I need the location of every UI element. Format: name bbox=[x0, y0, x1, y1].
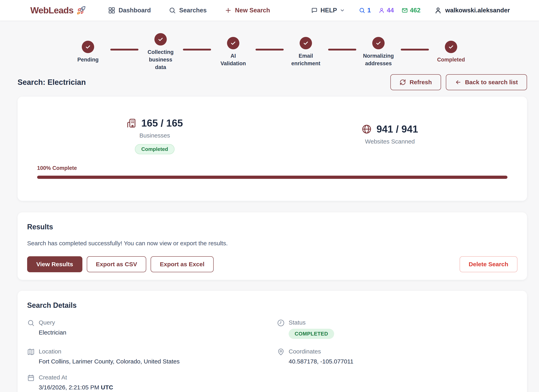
dashboard-grid-icon bbox=[108, 7, 115, 14]
search-details-grid: Query Electrician Status COMPLETED Locat… bbox=[27, 319, 517, 391]
businesses-count-row: 165 / 165 bbox=[126, 117, 183, 129]
websites-stat: 941 / 941 Websites Scanned bbox=[272, 123, 507, 154]
delete-search-button[interactable]: Delete Search bbox=[460, 256, 517, 272]
check-icon bbox=[230, 40, 236, 46]
progress-bar-fill bbox=[37, 176, 507, 179]
results-card: Results Search has completed successfull… bbox=[18, 212, 527, 280]
progress-percent-label: 100% Complete bbox=[37, 165, 507, 171]
page-title: Search: Electrician bbox=[18, 78, 86, 87]
person-icon bbox=[378, 7, 385, 14]
user-menu[interactable]: walkowski.aleksander bbox=[434, 7, 510, 14]
back-to-search-list-button[interactable]: Back to search list bbox=[446, 74, 527, 90]
calendar-icon bbox=[27, 374, 35, 382]
stepper-step-completed: Completed bbox=[434, 41, 469, 63]
people-counter-value: 44 bbox=[387, 7, 394, 14]
back-label: Back to search list bbox=[465, 79, 518, 86]
search-counter[interactable]: 1 bbox=[359, 7, 371, 14]
step-label: AI Validation bbox=[221, 52, 246, 67]
progress-stepper: Pending Collecting business data AI Vali… bbox=[71, 33, 469, 71]
refresh-button[interactable]: Refresh bbox=[390, 74, 441, 90]
websites-count: 941 / 941 bbox=[376, 123, 418, 135]
check-icon bbox=[158, 36, 164, 42]
map-pin-icon bbox=[277, 348, 285, 356]
export-excel-button[interactable]: Export as Excel bbox=[151, 256, 213, 272]
email-counter[interactable]: 462 bbox=[402, 7, 420, 14]
businesses-stat: 165 / 165 Businesses Completed bbox=[37, 117, 272, 154]
websites-label: Websites Scanned bbox=[365, 138, 415, 145]
created-at-label: Created At bbox=[39, 374, 113, 381]
businesses-label: Businesses bbox=[140, 132, 170, 139]
step-check-circle bbox=[445, 41, 457, 53]
created-at-datetime: 3/16/2026, 2:21:05 PM bbox=[39, 384, 99, 391]
stepper-connector bbox=[255, 49, 284, 50]
results-actions: View Results Export as CSV Export as Exc… bbox=[27, 256, 517, 272]
user-icon bbox=[434, 7, 442, 14]
results-title: Results bbox=[27, 223, 517, 231]
brand-name: WebLeads bbox=[30, 5, 73, 15]
top-navigation-bar: WebLeads Dashboard Searches bbox=[0, 0, 539, 21]
step-check-circle bbox=[227, 37, 239, 49]
search-icon bbox=[27, 319, 35, 327]
search-icon bbox=[169, 7, 176, 14]
nav-label-dashboard: Dashboard bbox=[119, 7, 151, 14]
step-label: Email enrichment bbox=[291, 52, 320, 67]
view-results-button[interactable]: View Results bbox=[27, 256, 82, 272]
progress-summary-card: 165 / 165 Businesses Completed 941 / 941… bbox=[18, 97, 527, 201]
globe-icon bbox=[362, 124, 372, 134]
page-header-actions: Refresh Back to search list bbox=[390, 74, 527, 90]
email-counter-value: 462 bbox=[410, 7, 420, 14]
stepper-step-normalizing: Normalizing addresses bbox=[361, 37, 396, 67]
detail-created-at: Created At 3/16/2026, 2:21:05 PMUTC bbox=[27, 374, 277, 391]
location-value: Fort Collins, Larimer County, Colorado, … bbox=[39, 358, 179, 365]
chevron-down-icon bbox=[340, 8, 345, 13]
detail-location: Location Fort Collins, Larimer County, C… bbox=[27, 348, 277, 365]
nav-label-searches: Searches bbox=[179, 7, 207, 14]
detail-query: Query Electrician bbox=[27, 319, 277, 339]
step-check-circle bbox=[372, 37, 385, 49]
coordinates-value: 40.587178, -105.077011 bbox=[289, 358, 353, 365]
nav-item-new-search[interactable]: New Search bbox=[225, 7, 270, 14]
main-navigation: Dashboard Searches New Search bbox=[108, 7, 270, 14]
usage-counters: 1 44 462 bbox=[359, 7, 420, 14]
export-csv-button[interactable]: Export as CSV bbox=[87, 256, 146, 272]
businesses-count: 165 / 165 bbox=[141, 117, 183, 129]
envelope-icon bbox=[402, 7, 408, 14]
help-menu[interactable]: HELP bbox=[311, 7, 345, 14]
step-label: Collecting business data bbox=[143, 48, 178, 71]
businesses-status-badge: Completed bbox=[135, 144, 174, 154]
stepper-step-pending: Pending bbox=[71, 41, 106, 63]
stepper-connector bbox=[183, 49, 211, 50]
refresh-icon bbox=[399, 79, 406, 85]
brand-logo[interactable]: WebLeads bbox=[30, 5, 86, 15]
results-message: Search has completed successfully! You c… bbox=[27, 240, 517, 247]
rocket-icon bbox=[77, 6, 86, 15]
check-icon bbox=[375, 40, 381, 46]
stats-row: 165 / 165 Businesses Completed 941 / 941… bbox=[37, 117, 507, 154]
step-label: Pending bbox=[77, 56, 99, 63]
username: walkowski.aleksander bbox=[445, 7, 510, 14]
help-label: HELP bbox=[321, 7, 337, 14]
step-check-circle bbox=[82, 41, 94, 53]
status-label: Status bbox=[289, 319, 334, 326]
map-icon bbox=[27, 348, 35, 356]
nav-item-dashboard[interactable]: Dashboard bbox=[108, 7, 151, 14]
stepper-step-collecting: Collecting business data bbox=[143, 33, 178, 71]
search-details-title: Search Details bbox=[27, 301, 517, 310]
plus-icon bbox=[225, 7, 232, 14]
step-label: Normalizing addresses bbox=[363, 52, 394, 67]
stepper-connector bbox=[328, 49, 356, 50]
step-label: Completed bbox=[437, 56, 465, 63]
people-counter[interactable]: 44 bbox=[378, 7, 394, 14]
search-details-card: Search Details Query Electrician Status … bbox=[18, 291, 527, 392]
stepper-step-ai-validation: AI Validation bbox=[216, 37, 251, 67]
step-check-circle bbox=[300, 37, 312, 49]
chat-bubble-icon bbox=[311, 7, 318, 14]
stepper-connector bbox=[110, 49, 139, 50]
status-badge: COMPLETED bbox=[289, 329, 334, 339]
query-value: Electrician bbox=[39, 329, 66, 336]
detail-coordinates: Coordinates 40.587178, -105.077011 bbox=[277, 348, 517, 365]
location-label: Location bbox=[39, 348, 179, 355]
check-icon bbox=[85, 44, 91, 50]
nav-item-searches[interactable]: Searches bbox=[169, 7, 207, 14]
query-label: Query bbox=[39, 319, 66, 326]
